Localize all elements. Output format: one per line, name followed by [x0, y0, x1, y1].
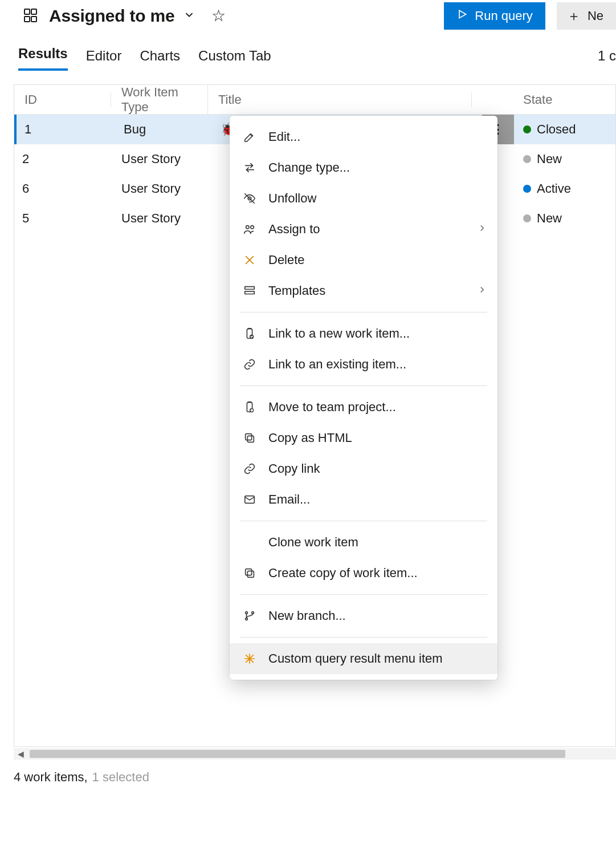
footer-count-text: 4 work items,: [14, 770, 88, 785]
cell-id: 6: [14, 181, 111, 196]
menu-item[interactable]: Copy as HTML: [230, 423, 497, 453]
tab-results[interactable]: Results: [18, 46, 68, 71]
svg-marker-0: [459, 10, 466, 18]
menu-item-label: Templates: [268, 283, 325, 298]
state-text: Closed: [537, 122, 576, 137]
run-query-button[interactable]: Run query: [444, 2, 545, 30]
new-item-button[interactable]: ＋ Ne: [557, 2, 616, 30]
people-icon: [242, 223, 257, 236]
cell-type: User Story: [111, 152, 208, 167]
svg-rect-13: [247, 436, 254, 442]
menu-item-label: Custom query result menu item: [268, 651, 443, 666]
cell-id: 2: [14, 152, 111, 167]
col-header-title[interactable]: Title: [208, 92, 472, 107]
cell-id: 5: [14, 211, 111, 226]
cell-state: Closed: [513, 122, 615, 137]
menu-item-label: Copy link: [268, 461, 320, 476]
menu-item[interactable]: Unfollow: [230, 183, 497, 214]
tab-bar: Results Editor Charts Custom Tab 1 c: [0, 32, 616, 71]
clip-arrow-icon: [242, 401, 257, 413]
cell-state: New: [513, 211, 615, 226]
state-dot-icon: [523, 185, 531, 193]
menu-item[interactable]: Assign to: [230, 214, 497, 245]
link-icon: [242, 462, 257, 475]
favorite-star-icon[interactable]: ☆: [211, 8, 226, 24]
tab-editor[interactable]: Editor: [86, 48, 122, 71]
query-title: Assigned to me: [42, 6, 180, 26]
state-text: New: [537, 152, 562, 167]
svg-rect-17: [246, 569, 252, 575]
swap-icon: [242, 161, 257, 174]
horizontal-scrollbar[interactable]: ◀: [14, 747, 616, 761]
cell-type: Bug: [113, 122, 210, 137]
menu-item-label: Create copy of work item...: [268, 566, 418, 581]
menu-separator: [240, 594, 487, 595]
results-table: ID Work Item Type Title State 1Bug🐞Bug 4…: [14, 84, 616, 747]
row-context-menu: Edit...Change type...UnfollowAssign toDe…: [230, 116, 497, 680]
tab-charts[interactable]: Charts: [140, 48, 180, 71]
menu-item[interactable]: Move to team project...: [230, 392, 497, 423]
menu-separator: [240, 386, 487, 386]
menu-item[interactable]: Email...: [230, 484, 497, 515]
menu-item-label: New branch...: [268, 608, 346, 623]
menu-item[interactable]: Create copy of work item...: [230, 558, 497, 589]
copy-icon: [242, 567, 257, 579]
title-chevron-down-icon[interactable]: [183, 9, 195, 23]
menu-item[interactable]: Copy link: [230, 453, 497, 484]
run-query-label: Run query: [475, 9, 533, 23]
col-header-state[interactable]: State: [513, 92, 615, 107]
menu-item-label: Email...: [268, 492, 310, 507]
footer-selected-text: 1 selected: [92, 770, 149, 785]
chevron-right-icon: [477, 222, 487, 237]
new-item-label: Ne: [588, 9, 603, 23]
table-header-row: ID Work Item Type Title State: [14, 85, 615, 115]
menu-item[interactable]: Link to a new work item...: [230, 318, 497, 349]
menu-item-label: Move to team project...: [268, 400, 396, 415]
svg-point-4: [251, 226, 254, 229]
play-icon: [456, 9, 468, 23]
menu-item[interactable]: Change type...: [230, 152, 497, 183]
menu-item[interactable]: Clone work item: [230, 527, 497, 558]
col-header-type[interactable]: Work Item Type: [111, 85, 208, 115]
menu-item[interactable]: New branch...: [230, 600, 497, 631]
tab-custom[interactable]: Custom Tab: [198, 48, 271, 71]
menu-item[interactable]: Link to an existing item...: [230, 349, 497, 380]
col-header-id[interactable]: ID: [14, 92, 111, 107]
plus-icon: ＋: [567, 7, 581, 25]
clip-check-icon: [242, 327, 257, 340]
menu-item-label: Assign to: [268, 222, 320, 237]
menu-item-label: Clone work item: [268, 535, 358, 550]
menu-item[interactable]: Delete: [230, 245, 497, 275]
cell-id: 1: [17, 122, 113, 137]
svg-point-3: [246, 226, 250, 229]
view-grid-icon[interactable]: [24, 9, 39, 23]
result-count-text: 1 c: [598, 48, 616, 71]
svg-rect-16: [247, 571, 254, 577]
menu-separator: [240, 637, 487, 638]
state-dot-icon: [523, 214, 531, 222]
menu-item[interactable]: Templates: [230, 275, 497, 306]
asterisk-icon: [242, 652, 257, 665]
menu-item-label: Link to a new work item...: [268, 326, 410, 341]
menu-item-label: Link to an existing item...: [268, 357, 406, 372]
state-dot-icon: [523, 125, 531, 133]
copy-icon: [242, 432, 257, 444]
menu-separator: [240, 521, 487, 521]
svg-rect-8: [245, 291, 255, 294]
menu-item-label: Change type...: [268, 160, 350, 175]
menu-item-label: Delete: [268, 253, 305, 267]
mail-icon: [242, 493, 257, 506]
link-icon: [242, 358, 257, 371]
menu-item[interactable]: Custom query result menu item: [230, 643, 497, 674]
svg-rect-7: [245, 287, 255, 290]
menu-item-label: Unfollow: [268, 191, 316, 206]
cell-state: Active: [513, 181, 615, 196]
menu-item-label: Edit...: [268, 129, 300, 144]
cell-state: New: [513, 152, 615, 167]
edit-icon: [242, 131, 257, 143]
cell-type: User Story: [111, 181, 208, 196]
branch-icon: [242, 610, 257, 622]
menu-item[interactable]: Edit...: [230, 121, 497, 152]
menu-item-label: Copy as HTML: [268, 431, 352, 445]
menu-separator: [240, 312, 487, 313]
